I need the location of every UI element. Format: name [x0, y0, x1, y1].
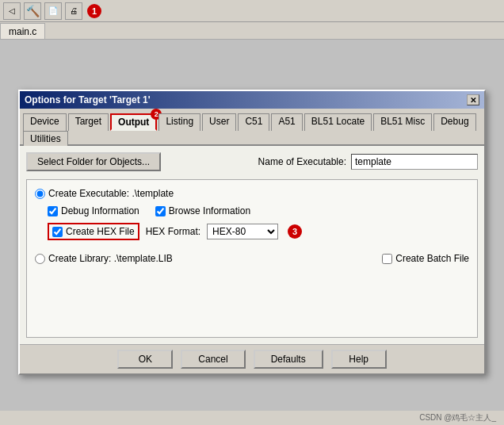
debug-browse-row: Debug Information Browse Information [48, 205, 469, 216]
create-exe-radio[interactable] [35, 189, 45, 199]
browse-info-item: Browse Information [155, 205, 250, 216]
tab-bl51locate[interactable]: BL51 Locate [304, 113, 372, 131]
create-lib-label: Create Library: .\template.LIB [48, 253, 173, 264]
content-area: Create Executable: .\template Debug Info… [26, 179, 478, 338]
tab-a51[interactable]: A51 [271, 113, 302, 131]
dialog-title: Options for Target 'Target 1' [25, 94, 151, 105]
tab-device[interactable]: Device [23, 113, 67, 131]
ok-button[interactable]: OK [117, 350, 173, 369]
debug-info-item: Debug Information [48, 205, 139, 216]
toolbar-btn-1[interactable]: ◁ [3, 2, 21, 20]
create-hex-label: Create HEX File [66, 226, 135, 237]
tab-c51[interactable]: C51 [238, 113, 269, 131]
options-dialog: Options for Target 'Target 1' ✕ Device T… [18, 90, 486, 375]
create-batch-checkbox[interactable] [382, 254, 392, 264]
ide-toolbar: ◁ 🔨 📄 🖨 1 [0, 0, 504, 22]
exe-name-input[interactable] [351, 154, 478, 170]
create-exe-row: Create Executable: .\template [35, 188, 469, 199]
top-row: Select Folder for Objects... Name of Exe… [26, 152, 478, 171]
lib-row: Create Library: .\template.LIB Create Ba… [35, 253, 469, 264]
tab-listing[interactable]: Listing [158, 113, 200, 131]
debug-info-label: Debug Information [61, 205, 139, 216]
dialog-overlay: Options for Target 'Target 1' ✕ Device T… [0, 40, 504, 425]
tab-user[interactable]: User [202, 113, 236, 131]
tab-bl51misc[interactable]: BL51 Misc [373, 113, 432, 131]
tab-debug[interactable]: Debug [433, 113, 475, 131]
exe-name-label: Name of Executable: [258, 156, 346, 167]
hex-row: Create HEX File HEX Format: HEX-80 HEX-3… [48, 223, 469, 240]
dialog-titlebar: Options for Target 'Target 1' ✕ [20, 91, 484, 109]
debug-info-checkbox[interactable] [48, 206, 58, 216]
tab-output[interactable]: Output 2 [110, 113, 157, 131]
toolbar-btn-4[interactable]: 🖨 [65, 2, 82, 20]
create-batch-label: Create Batch File [395, 253, 469, 264]
create-lib-radio[interactable] [35, 254, 45, 264]
hex-format-select[interactable]: HEX-80 HEX-386 [207, 224, 278, 239]
help-button[interactable]: Help [331, 350, 387, 369]
create-hex-highlighted: Create HEX File [48, 223, 139, 240]
toolbar-btn-3[interactable]: 📄 [44, 2, 62, 20]
lib-right: Create Batch File [382, 253, 469, 264]
browse-info-checkbox[interactable] [155, 206, 166, 216]
select-folder-button[interactable]: Select Folder for Objects... [26, 152, 161, 171]
watermark-text: CSDN @鸡毛☆主人_ [419, 412, 496, 423]
badge-3: 3 [288, 224, 302, 239]
close-button[interactable]: ✕ [467, 94, 479, 105]
exe-name-row: Name of Executable: [174, 154, 478, 170]
create-exe-label: Create Executable: .\template [48, 188, 174, 199]
editor-tabs: main.c [0, 22, 504, 40]
tab-utilities[interactable]: Utilities [23, 131, 68, 146]
defaults-button[interactable]: Defaults [254, 350, 323, 369]
watermark-bar: CSDN @鸡毛☆主人_ [0, 411, 504, 425]
create-hex-checkbox[interactable] [52, 227, 63, 237]
dialog-body: Select Folder for Objects... Name of Exe… [20, 146, 484, 344]
toolbar-btn-hammer[interactable]: 🔨 [24, 2, 41, 20]
browse-info-label: Browse Information [169, 205, 250, 216]
hex-format-label: HEX Format: [146, 226, 200, 237]
editor-tab-mainc[interactable]: main.c [0, 23, 45, 39]
cancel-button[interactable]: Cancel [181, 350, 245, 369]
tab-target[interactable]: Target [68, 113, 109, 131]
dialog-footer: OK Cancel Defaults Help [20, 344, 484, 373]
lib-left: Create Library: .\template.LIB [35, 253, 173, 264]
dialog-tabs: Device Target Output 2 Listing User C51 … [20, 109, 484, 146]
badge-1: 1 [87, 4, 101, 18]
